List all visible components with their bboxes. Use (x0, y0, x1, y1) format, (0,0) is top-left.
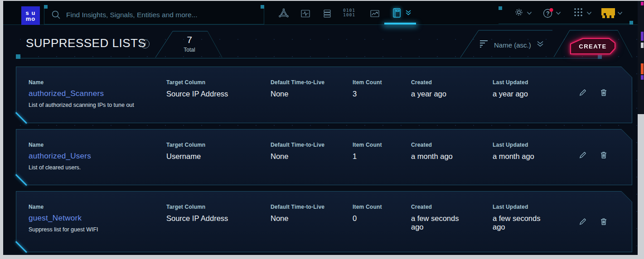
minimap-mark (641, 43, 644, 48)
ttl-column: Default Time-to-Live None (271, 142, 345, 161)
name-column: Name guest_Network Suppress list for gue… (29, 204, 160, 233)
column-header-name: Name (29, 204, 160, 210)
nav-visualizations-icon[interactable] (369, 8, 380, 21)
list-name-link[interactable]: authorized_Scanners (29, 89, 160, 98)
minimap-mark (641, 2, 644, 5)
sort-label: Name (asc.) (494, 41, 531, 49)
column-header-name: Name (29, 79, 160, 86)
search-input[interactable] (62, 11, 264, 19)
column-header-last-updated: Last Updated (493, 204, 549, 210)
create-button-label: CREATE (570, 38, 615, 54)
user-menu[interactable] (601, 1, 623, 25)
records-icon-line2: 1001 (343, 13, 355, 17)
edit-icon[interactable] (578, 150, 588, 162)
row-actions (578, 150, 609, 162)
nav-frame-accent (629, 21, 633, 24)
column-header-item-count: Item Count (353, 79, 400, 86)
column-header-last-updated: Last Updated (493, 142, 549, 148)
target-column: Target Column Source IP Address (166, 204, 261, 223)
created-value: a year ago (411, 90, 468, 98)
ttl-column: Default Time-to-Live None (271, 79, 345, 98)
delete-icon[interactable] (599, 87, 609, 99)
column-header-item-count: Item Count (353, 142, 400, 148)
created-column: Created a year ago (411, 79, 468, 98)
list-description: List of authorized scanning IPs to tune … (29, 102, 160, 108)
list-description: Suppress list for guest WIFI (29, 226, 160, 233)
list-name-link[interactable]: guest_Network (29, 214, 160, 223)
app-page: s u mo (3, 1, 638, 255)
ttl-value: None (271, 214, 345, 223)
column-header-target: Target Column (166, 204, 261, 210)
item-count-column: Item Count 3 (353, 79, 400, 98)
column-header-ttl: Default Time-to-Live (271, 204, 345, 210)
column-header-ttl: Default Time-to-Live (271, 142, 345, 148)
created-column: Created a month ago (411, 142, 468, 161)
created-column: Created a few seconds ago (411, 204, 468, 231)
list-description: List of cleared users. (29, 164, 160, 171)
sort-control[interactable]: Name (asc.) (480, 40, 544, 50)
logo-text-line1: s u (26, 10, 36, 16)
last-updated-column: Last Updated a year ago (493, 79, 549, 98)
nav-insights-icon[interactable] (278, 7, 290, 21)
create-button[interactable]: CREATE (570, 38, 615, 54)
settings-menu[interactable] (513, 1, 532, 25)
target-column: Target Column Username (166, 142, 261, 161)
search-corner-accent (261, 5, 264, 9)
delete-icon[interactable] (599, 216, 609, 228)
avatar (601, 8, 615, 18)
total-label: Total (175, 47, 204, 53)
last-updated-value: a month ago (493, 152, 549, 161)
sumo-logo[interactable]: s u mo (21, 6, 40, 25)
chevron-down-icon (617, 9, 623, 17)
scrollbar-track[interactable] (638, 0, 644, 259)
created-value: a few seconds ago (411, 214, 468, 231)
ttl-column: Default Time-to-Live None (271, 204, 345, 223)
item-count-value: 1 (353, 152, 400, 161)
edit-icon[interactable] (578, 216, 588, 228)
list-name-link[interactable]: authorized_Users (29, 152, 160, 161)
nav-section-chevron-icon[interactable] (405, 9, 412, 18)
info-glyph: i (144, 41, 146, 47)
column-header-item-count: Item Count (353, 204, 400, 210)
logo-text-line2: mo (26, 16, 36, 22)
suppressed-list-card[interactable]: Name authorized_Users List of cleared us… (16, 129, 632, 185)
scrollbar-thumb[interactable] (638, 1, 644, 114)
info-icon[interactable]: i (140, 39, 150, 48)
help-icon: ? (542, 8, 553, 19)
help-menu[interactable]: ? (542, 1, 561, 25)
nav-records-icon[interactable]: 0101 1001 (343, 8, 355, 17)
apps-menu[interactable] (572, 1, 592, 25)
search-icon (51, 10, 62, 20)
main-content: SUPPRESSED LISTS i 7 Total Name (asc.) (3, 25, 638, 255)
column-header-created: Created (411, 79, 468, 86)
nav-entities-icon[interactable] (322, 8, 333, 21)
help-glyph: ? (543, 9, 553, 19)
created-value: a month ago (411, 152, 468, 161)
screenshot-frame: s u mo (0, 0, 644, 259)
ttl-value: None (271, 90, 345, 98)
name-column: Name authorized_Scanners List of authori… (29, 79, 160, 108)
column-header-name: Name (29, 142, 160, 148)
column-header-created: Created (411, 204, 468, 210)
total-value: 7 (175, 34, 204, 45)
chevron-down-icon (527, 9, 532, 17)
suppressed-list-card[interactable]: Name guest_Network Suppress list for gue… (16, 191, 632, 252)
nav-content-library-icon[interactable] (391, 7, 403, 21)
row-actions (578, 87, 609, 99)
last-updated-value: a year ago (493, 90, 549, 98)
delete-icon[interactable] (599, 150, 609, 162)
search-corner-accent (44, 5, 48, 9)
suppressed-list-card[interactable]: Name authorized_Scanners List of authori… (16, 67, 632, 123)
minimap-mark (641, 63, 644, 74)
minimap-mark (641, 32, 644, 41)
nav-signals-icon[interactable] (300, 8, 311, 21)
name-column: Name authorized_Users List of cleared us… (29, 142, 160, 171)
column-header-created: Created (411, 142, 468, 148)
target-column-value: Source IP Address (166, 90, 261, 98)
gear-icon (513, 7, 524, 19)
ttl-value: None (271, 152, 345, 161)
edit-icon[interactable] (578, 87, 588, 99)
active-nav-underline (384, 23, 416, 24)
double-chevron-down-icon (536, 40, 544, 49)
chevron-down-icon (556, 9, 561, 17)
